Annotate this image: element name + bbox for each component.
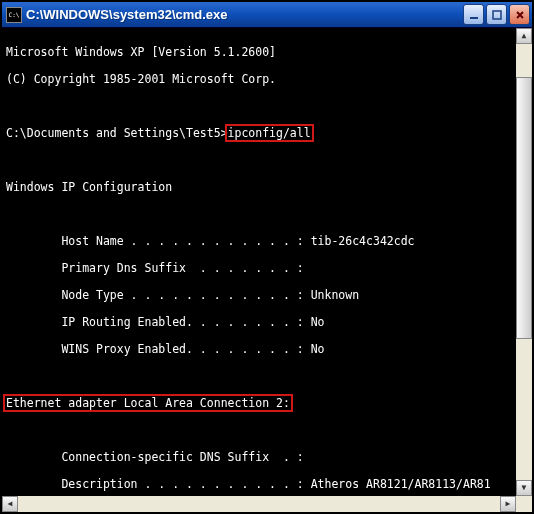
horizontal-scrollbar[interactable]: ◀ ▶ bbox=[2, 496, 516, 512]
scroll-up-arrow[interactable]: ▲ bbox=[516, 28, 532, 44]
wins-proxy-label: WINS Proxy Enabled. . . . . . . . : bbox=[6, 342, 311, 356]
scroll-right-arrow[interactable]: ▶ bbox=[500, 496, 516, 512]
terminal-area[interactable]: Microsoft Windows XP [Version 5.1.2600] … bbox=[2, 28, 532, 512]
vertical-scrollbar[interactable]: ▲ ▼ bbox=[516, 28, 532, 496]
svg-rect-0 bbox=[470, 17, 478, 19]
scroll-track-v[interactable] bbox=[516, 44, 532, 480]
scroll-corner bbox=[516, 496, 532, 512]
svg-rect-1 bbox=[493, 11, 501, 19]
maximize-button[interactable] bbox=[486, 4, 507, 25]
terminal-output: Microsoft Windows XP [Version 5.1.2600] … bbox=[6, 32, 516, 512]
ip-routing-label: IP Routing Enabled. . . . . . . . : bbox=[6, 315, 311, 329]
window-titlebar: C:\ C:\WINDOWS\system32\cmd.exe bbox=[2, 2, 532, 28]
close-button[interactable] bbox=[509, 4, 530, 25]
maximize-icon bbox=[491, 9, 503, 21]
command-highlight: ipconfig/all bbox=[225, 124, 314, 142]
window-title: C:\WINDOWS\system32\cmd.exe bbox=[26, 7, 463, 22]
node-type-label: Node Type . . . . . . . . . . . . : bbox=[6, 288, 311, 302]
scroll-thumb-v[interactable] bbox=[516, 77, 532, 339]
prompt: C:\Documents and Settings\Test5> bbox=[6, 126, 228, 140]
ip-routing-value: No bbox=[311, 315, 325, 329]
description-value: Atheros AR8121/AR8113/AR81 bbox=[311, 477, 491, 491]
scroll-down-arrow[interactable]: ▼ bbox=[516, 480, 532, 496]
host-name-value: tib-26c4c342cdc bbox=[311, 234, 415, 248]
host-name-label: Host Name . . . . . . . . . . . . : bbox=[6, 234, 311, 248]
adapter-heading-highlight: Ethernet adapter Local Area Connection 2… bbox=[3, 394, 293, 412]
window-buttons bbox=[463, 4, 530, 25]
minimize-icon bbox=[468, 9, 480, 21]
copyright-line: (C) Copyright 1985-2001 Microsoft Corp. bbox=[6, 73, 516, 87]
scroll-track-h[interactable] bbox=[18, 496, 500, 512]
scroll-left-arrow[interactable]: ◀ bbox=[2, 496, 18, 512]
minimize-button[interactable] bbox=[463, 4, 484, 25]
node-type-value: Unknown bbox=[311, 288, 359, 302]
os-version-line: Microsoft Windows XP [Version 5.1.2600] bbox=[6, 46, 516, 60]
close-icon bbox=[514, 9, 526, 21]
wins-proxy-value: No bbox=[311, 342, 325, 356]
cmd-icon: C:\ bbox=[6, 7, 22, 23]
conn-dns-suffix: Connection-specific DNS Suffix . : bbox=[6, 451, 516, 465]
ipconfig-heading: Windows IP Configuration bbox=[6, 181, 516, 195]
description-label: Description . . . . . . . . . . . : bbox=[6, 477, 311, 491]
primary-dns-suffix: Primary Dns Suffix . . . . . . . : bbox=[6, 262, 516, 276]
